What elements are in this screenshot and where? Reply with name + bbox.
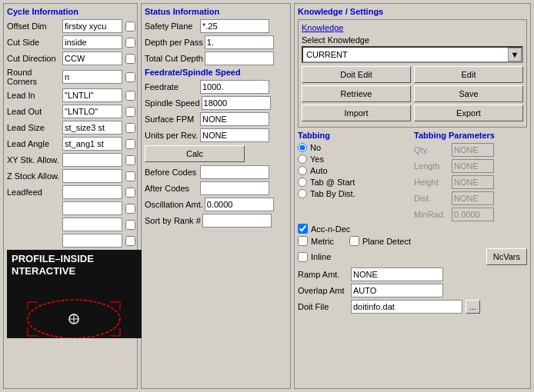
cut-direction-checkbox[interactable] — [125, 54, 135, 64]
before-codes-input[interactable] — [200, 165, 269, 179]
param-length-row: Length — [414, 159, 527, 173]
safety-plane-label: Safety Plane — [145, 22, 199, 31]
leadfeed-label: Leadfeed — [7, 188, 61, 197]
xy-stk-input[interactable] — [62, 153, 122, 167]
z-stock-checkbox[interactable] — [125, 171, 135, 181]
sort-by-label: Sort by Rank # — [145, 216, 201, 225]
calc-button[interactable]: Calc — [145, 145, 245, 162]
lead-size-checkbox[interactable] — [125, 123, 135, 133]
lead-out-input[interactable] — [62, 105, 122, 118]
round-corners-input[interactable] — [62, 70, 122, 84]
lead-angle-input[interactable] — [62, 137, 122, 151]
cycle-info-title: Cycle Information — [7, 7, 134, 16]
knowledge-section: Knowledge Select Knowledge CURRENT ▼ Doi… — [298, 19, 527, 128]
lead-size-label: Lead Size — [7, 123, 61, 132]
round-corners-checkbox[interactable] — [125, 72, 135, 82]
doit-file-input[interactable] — [351, 300, 462, 314]
inline-checkbox[interactable] — [298, 252, 308, 262]
safety-plane-input[interactable] — [200, 19, 269, 33]
acc-n-dec-label: Acc-n-Dec — [311, 224, 350, 234]
depth-per-pass-label: Depth per Pass — [145, 38, 203, 47]
after-codes-row: After Codes — [145, 181, 287, 195]
lead-out-row: Lead Out — [7, 105, 134, 118]
inline-ncvars-row: Inline NcVars — [298, 248, 527, 265]
feedrate-input[interactable] — [200, 80, 269, 94]
edit-button[interactable]: Edit — [414, 66, 523, 83]
surface-fpm-label: Surface FPM — [145, 115, 199, 124]
ramp-amt-input[interactable] — [351, 267, 443, 281]
lead-in-checkbox[interactable] — [125, 91, 135, 101]
leadfeed-input[interactable] — [62, 185, 122, 199]
offset-dim-input[interactable] — [62, 19, 122, 33]
acc-n-dec-checkbox[interactable] — [298, 224, 308, 234]
extra-input-1[interactable] — [62, 201, 122, 215]
xy-stk-checkbox[interactable] — [125, 155, 135, 165]
plane-detect-checkbox[interactable] — [349, 236, 359, 246]
extra-checkbox-1[interactable] — [125, 204, 135, 214]
radio-yes-input[interactable] — [298, 154, 307, 164]
save-button[interactable]: Save — [414, 85, 523, 102]
knowledge-tab[interactable]: Knowledge — [302, 23, 523, 32]
surface-fpm-row: Surface FPM — [145, 112, 287, 126]
oscillation-input[interactable] — [205, 198, 274, 211]
units-rev-row: Units per Rev. — [145, 128, 287, 142]
select-knowledge-box[interactable]: CURRENT ▼ — [302, 46, 523, 63]
status-info-panel: Status Information Safety Plane Depth pe… — [141, 3, 291, 389]
radio-tab-dist-input[interactable] — [298, 189, 307, 198]
metric-checkbox[interactable] — [298, 236, 308, 246]
export-button[interactable]: Export — [414, 105, 523, 121]
depth-per-pass-input[interactable] — [205, 35, 274, 49]
retrieve-button[interactable]: Retrieve — [302, 85, 411, 102]
extra-input-2[interactable] — [62, 218, 122, 231]
lead-out-label: Lead Out — [7, 107, 61, 116]
btn-row-3: Import Export — [302, 105, 523, 121]
lead-in-input[interactable] — [62, 88, 122, 102]
lead-size-input[interactable] — [62, 121, 122, 135]
param-dist-label: Dist. — [414, 194, 449, 203]
after-codes-input[interactable] — [200, 181, 269, 195]
cut-side-input[interactable] — [62, 35, 122, 49]
tabbing-title: Tabbing — [298, 131, 411, 140]
offset-dim-checkbox[interactable] — [125, 22, 135, 32]
knowledge-settings-title: Knowledge / Settings — [298, 7, 527, 16]
extra-checkbox-3[interactable] — [125, 236, 135, 246]
units-rev-input[interactable] — [200, 128, 269, 142]
overlap-amt-input[interactable] — [351, 284, 443, 297]
lead-size-row: Lead Size — [7, 121, 134, 135]
select-knowledge-container: CURRENT ▼ — [302, 46, 523, 63]
cut-direction-input[interactable] — [62, 51, 122, 65]
lead-angle-checkbox[interactable] — [125, 139, 135, 149]
extra-checkbox-2[interactable] — [125, 220, 135, 230]
ncvars-button[interactable]: NcVars — [486, 248, 527, 265]
browse-button[interactable]: ... — [466, 300, 480, 314]
leadfeed-checkbox[interactable] — [125, 188, 135, 198]
lead-angle-label: Lead Angle — [7, 139, 61, 148]
select-knowledge-label: Select Knowledge — [302, 35, 523, 45]
surface-fpm-input[interactable] — [200, 112, 269, 126]
radio-tab-start-input[interactable] — [298, 178, 307, 187]
lead-out-checkbox[interactable] — [125, 107, 135, 117]
sort-by-input[interactable] — [202, 214, 272, 228]
total-cut-depth-row: Total Cut Depth — [145, 51, 287, 65]
plane-detect-label: Plane Detect — [362, 237, 411, 246]
z-stock-input[interactable] — [62, 169, 122, 183]
overlap-amt-label: Overlap Amt — [298, 286, 348, 295]
safety-plane-row: Safety Plane — [145, 19, 287, 33]
radio-auto-input[interactable] — [298, 166, 307, 175]
round-corners-label: Round Corners — [7, 68, 61, 86]
radio-yes: Yes — [298, 154, 411, 164]
import-button[interactable]: Import — [302, 105, 411, 121]
radio-no-input[interactable] — [298, 143, 307, 152]
total-cut-depth-input[interactable] — [205, 51, 274, 65]
radio-yes-label: Yes — [310, 154, 324, 164]
cut-side-checkbox[interactable] — [125, 38, 135, 48]
doit-edit-button[interactable]: Doit Edit — [302, 66, 411, 83]
lead-angle-row: Lead Angle — [7, 137, 134, 151]
acc-n-dec-row: Acc-n-Dec — [298, 224, 527, 234]
before-codes-row: Before Codes — [145, 165, 287, 179]
select-arrow-icon[interactable]: ▼ — [508, 48, 522, 61]
metric-plane-row: Metric Plane Detect — [298, 236, 527, 246]
ramp-amt-row: Ramp Amt. — [298, 267, 527, 281]
extra-input-3[interactable] — [62, 234, 122, 247]
spindle-input[interactable] — [202, 96, 271, 110]
